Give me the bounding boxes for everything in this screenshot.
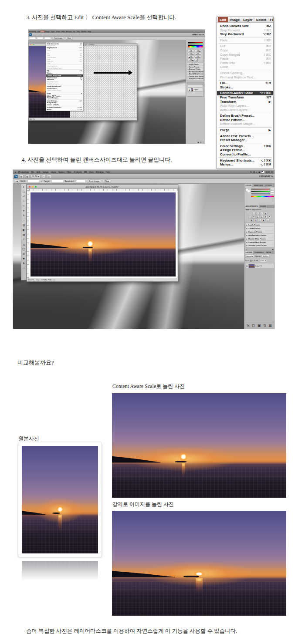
status-icon[interactable]: ✱ [253, 171, 255, 173]
menubar-item-view[interactable]: View [89, 171, 94, 173]
input-language-flag-icon[interactable] [261, 171, 264, 173]
menubar-item-select[interactable]: Select [254, 17, 268, 23]
adjustment-icon[interactable]: ▨ [198, 56, 201, 58]
tool-icon[interactable]: ◧ [21, 228, 26, 233]
adjustment-icon[interactable]: ▣ [262, 219, 265, 222]
preset-row-levels-presets[interactable]: ▶Levels Presets [245, 223, 274, 226]
workspace-switcher[interactable]: ESSENTIALS ▾ [259, 175, 273, 178]
view-extras-icon[interactable]: ▥ [25, 175, 29, 178]
menu-item-keyboard-shortcuts[interactable]: Keyboard Shortcuts...⌥⇧⌘K [217, 158, 273, 163]
swap-dimensions-icon[interactable]: ⇄ [41, 180, 43, 182]
panel-tab-masks[interactable]: MASKS [259, 205, 268, 208]
menubar-item-select[interactable]: Select [58, 171, 64, 173]
folder-icon[interactable]: ▤ [200, 141, 202, 143]
lock-icons[interactable]: ▨ ✛ ● [250, 260, 255, 262]
menubar-item-analysis[interactable]: Analysis [65, 30, 72, 32]
hand-tool-icon[interactable]: ◔ [42, 175, 45, 178]
menu-item-purge[interactable]: Purge▶ [217, 128, 273, 132]
document-window[interactable]: 200-8.jpg @ 66.7% (Layer 0, RGB/8) * [27, 184, 178, 282]
adjustment-icon[interactable]: ✎ [188, 59, 191, 61]
width-input[interactable] [27, 180, 40, 183]
tool-icon[interactable]: ◔ [21, 218, 26, 223]
menubar-item-3d[interactable]: 3D [84, 171, 87, 173]
blue-slider[interactable] [188, 45, 203, 46]
front-image-button[interactable]: Front Image [52, 37, 64, 40]
tool-icon[interactable]: ▤ [21, 233, 26, 237]
menubar-item-3d[interactable]: 3D [72, 30, 75, 32]
menu-item-define-pattern[interactable]: Define Pattern... [217, 118, 273, 122]
clear-button[interactable]: Clear [103, 180, 112, 183]
tool-icon[interactable]: ✎ [21, 213, 26, 218]
panel-tab-channels[interactable]: CHANNELS [253, 251, 264, 254]
workspace-switcher[interactable]: ESSENTIALS ▾ [192, 34, 204, 36]
green-slider[interactable] [188, 44, 203, 44]
adjustment-icon[interactable]: ▦ [264, 212, 268, 215]
eye-icon[interactable]: ◉ [246, 265, 247, 267]
eye-icon[interactable]: ◉ [188, 89, 190, 91]
tool-icon[interactable]: ✱ [21, 256, 26, 261]
opacity-value[interactable]: 100% ▾ [262, 255, 270, 258]
menu-item-stroke[interactable]: Stroke... [217, 85, 273, 90]
adjustment-icon[interactable]: ☼ [191, 50, 194, 52]
preset-row-selective-color-presets[interactable]: ▶Selective Color Presets [187, 78, 203, 80]
status-icon[interactable]: ⇅ [250, 171, 252, 173]
status-icon[interactable]: ◉ [258, 171, 260, 173]
menu-item-convert-to-profile[interactable]: Convert to Profile... [217, 152, 273, 157]
spotlight-icon[interactable]: Q [271, 171, 273, 173]
green-value[interactable] [271, 191, 274, 192]
height-input[interactable] [51, 180, 64, 183]
menubar-item-window[interactable]: Window [80, 30, 87, 32]
preset-row-black-white-presets[interactable]: ▶Black & White Presets [245, 237, 274, 240]
red-value[interactable] [271, 188, 274, 190]
blue-value[interactable] [271, 193, 274, 195]
menubar-item-photoshop[interactable]: Photoshop [18, 171, 29, 173]
menubar-item-edit[interactable]: Edit [37, 171, 41, 173]
menu-item-free-transform[interactable]: Free Transform⌘T [217, 95, 273, 100]
adjustment-icon[interactable]: ◮ [198, 53, 201, 55]
tool-icon[interactable]: ▢ [21, 189, 26, 194]
tool-icon[interactable]: ☍ [21, 194, 26, 199]
close-icon[interactable] [29, 186, 30, 188]
menubar-item-window[interactable]: Window [96, 171, 104, 173]
zoom-level[interactable]: 66.67% [28, 279, 34, 281]
panel-tab-styles[interactable]: STYLES [264, 184, 273, 187]
menu-item-assign-profile[interactable]: Assign Profile... [217, 148, 273, 152]
layer-row[interactable]: ◉ Layer 0 [188, 88, 203, 92]
option-field[interactable] [37, 37, 44, 39]
adjustment-icon[interactable]: ◑ [252, 212, 256, 215]
adjustment-icon[interactable]: ◉ [188, 56, 191, 58]
screen-mode-icon[interactable]: ◫ [47, 175, 51, 178]
adjustment-icon[interactable]: ◧ [195, 56, 198, 58]
menubar-item-view[interactable]: View [76, 30, 81, 32]
blend-mode-select[interactable]: Normal ▾ [245, 255, 254, 258]
expand-icon[interactable]: ▣ [272, 248, 274, 250]
panel-bottom-icon[interactable]: ▣ [258, 324, 261, 327]
menubar-item-help[interactable]: Help [87, 30, 92, 32]
menubar-item-help[interactable]: Help [106, 171, 110, 173]
panel-tab-paths[interactable]: PATHS [265, 251, 273, 254]
tool-icon[interactable]: ☉ [21, 199, 26, 204]
menu-item-menus[interactable]: Menus...⌥⇧⌘M [217, 162, 273, 167]
menu-item-convert-to-profile[interactable]: Convert to Profile... [46, 104, 83, 106]
menubar-item-image[interactable]: Image [228, 17, 241, 23]
panel-bottom-icon[interactable]: fx [247, 324, 249, 327]
menubar-item-layer[interactable]: Layer [50, 30, 55, 32]
panel-bottom-icon[interactable]: ◻ [252, 324, 255, 327]
tool-preset-icon[interactable]: ✂▾ [14, 179, 19, 183]
adjustment-icon[interactable]: ◊ [195, 59, 198, 61]
menubar-item-edit[interactable]: Edit [41, 30, 44, 32]
new-layer-icon[interactable]: ▣ [197, 141, 199, 143]
resolution-input[interactable] [76, 180, 85, 183]
menubar-item-filter[interactable]: Filter [61, 30, 66, 32]
adjustment-icon[interactable]: ▨ [254, 219, 258, 222]
menu-item-adobe-pdf-presets[interactable]: Adobe PDF Presets... [217, 134, 273, 138]
tool-icon[interactable]: ▨ [21, 223, 26, 228]
menu-item-preset-manager[interactable]: Preset Manager... [46, 97, 83, 99]
menu-item-menus[interactable]: Menus...⌥⇧⌘M [46, 108, 83, 111]
panel-tab-color[interactable]: COLOR [244, 184, 253, 187]
menubar-item-layer[interactable]: Layer [51, 171, 57, 173]
adjustment-icon[interactable]: ✎ [258, 219, 261, 222]
menu-item-step-backward[interactable]: Step Backward⌥⌘Z [217, 32, 273, 37]
tool-icon[interactable]: # [21, 209, 26, 213]
menu-item-preset-manager[interactable]: Preset Manager... [217, 138, 273, 142]
